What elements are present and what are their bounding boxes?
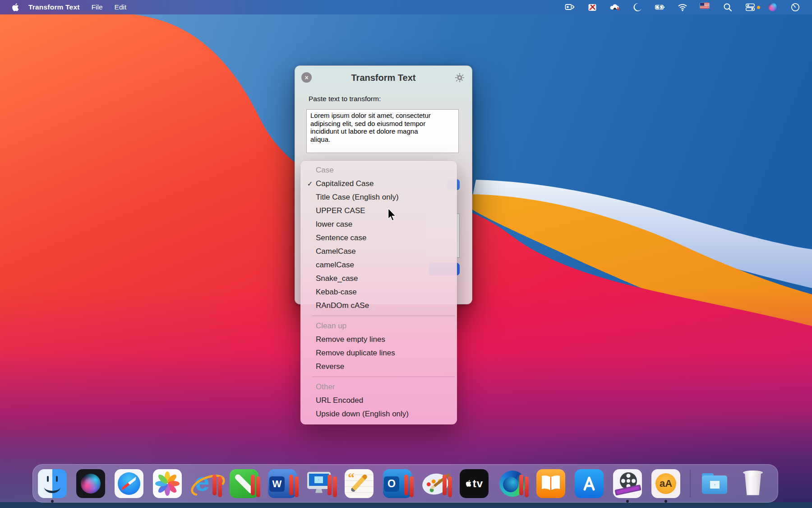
menu-item-sentence-case[interactable]: Sentence case bbox=[300, 231, 457, 245]
menu-separator bbox=[312, 316, 455, 316]
checkmark-icon: ✓ bbox=[304, 177, 315, 191]
menu-section-header: Case bbox=[300, 163, 457, 177]
clock-icon[interactable] bbox=[790, 2, 800, 12]
menu-item-kebab-case[interactable]: Kebab-case bbox=[300, 285, 457, 299]
dock: e W “ O tv bbox=[32, 464, 778, 503]
dock-app-store-icon[interactable] bbox=[575, 469, 604, 498]
dock-apple-tv-icon[interactable]: tv bbox=[460, 469, 489, 498]
dock-books-icon[interactable] bbox=[536, 469, 565, 498]
wifi-icon[interactable] bbox=[678, 2, 687, 12]
dock-safari-icon[interactable] bbox=[115, 469, 143, 498]
menu-bar: Transform Text File Edit bbox=[0, 0, 812, 14]
menu-item-lower-case[interactable]: lower case bbox=[300, 218, 457, 231]
menubar-app-name[interactable]: Transform Text bbox=[28, 3, 80, 11]
running-indicator bbox=[51, 500, 54, 503]
battery-charging-icon[interactable] bbox=[655, 2, 665, 12]
siri-icon[interactable] bbox=[768, 2, 778, 12]
menu-item-remove-empty-lines[interactable]: Remove empty lines bbox=[300, 333, 457, 346]
dock-outlook-icon[interactable]: O bbox=[383, 469, 412, 498]
dock-finder-icon[interactable] bbox=[38, 469, 67, 498]
menu-section-header: Clean up bbox=[300, 319, 457, 333]
menu-item-title-case[interactable]: Title Case (English only) bbox=[300, 191, 457, 204]
dock-marker-icon[interactable] bbox=[230, 469, 258, 498]
settings-gear-icon[interactable] bbox=[455, 73, 465, 83]
cloud-home-icon[interactable] bbox=[610, 2, 620, 12]
running-indicator bbox=[626, 500, 629, 503]
menu-item-url-encoded[interactable]: URL Encoded bbox=[300, 394, 457, 407]
paste-textarea[interactable]: Lorem ipsum dolor sit amet, consectetur … bbox=[306, 109, 459, 153]
menu-item-upside-down[interactable]: Upside down (English only) bbox=[300, 407, 457, 421]
dock-parallels-desktop-icon[interactable] bbox=[306, 469, 335, 498]
menu-item-camelcase-upper[interactable]: CamelCase bbox=[300, 245, 457, 258]
menu-item-remove-duplicate-lines[interactable]: Remove duplicate lines bbox=[300, 346, 457, 360]
dock-trash-icon[interactable] bbox=[738, 469, 767, 498]
menubar-file-menu[interactable]: File bbox=[92, 3, 103, 11]
do-not-disturb-moon-icon[interactable] bbox=[632, 2, 642, 12]
transform-options-menu: Case ✓ Capitalized Case Title Case (Engl… bbox=[300, 161, 457, 424]
menu-separator bbox=[312, 377, 455, 377]
dock-divider bbox=[690, 470, 691, 498]
apple-menu-icon[interactable] bbox=[11, 3, 19, 12]
dock-video-converter-icon[interactable] bbox=[613, 469, 642, 498]
dock-transform-text-icon[interactable]: aA bbox=[651, 469, 680, 498]
screen-mirroring-icon[interactable] bbox=[565, 2, 575, 12]
menu-item-random-case[interactable]: RAnDOm cASe bbox=[300, 299, 457, 312]
paste-text-label: Paste text to transform: bbox=[309, 95, 381, 103]
menubar-edit-menu[interactable]: Edit bbox=[115, 3, 127, 11]
dock-word-icon[interactable]: W bbox=[268, 469, 297, 498]
dock-photos-icon[interactable] bbox=[153, 469, 182, 498]
dock-siri-icon[interactable] bbox=[76, 469, 105, 498]
control-center-icon[interactable] bbox=[745, 2, 755, 12]
menu-item-upper-case[interactable]: UPPER CASE bbox=[300, 204, 457, 218]
input-source-flag-icon[interactable] bbox=[700, 2, 710, 12]
toolbox-icon[interactable] bbox=[587, 2, 597, 12]
menu-section-header: Other bbox=[300, 380, 457, 394]
dock-edge-icon[interactable] bbox=[498, 469, 527, 498]
menu-item-capitalized-case[interactable]: ✓ Capitalized Case bbox=[300, 177, 457, 191]
dock-writing-pen-icon[interactable]: “ bbox=[345, 469, 374, 498]
window-title: Transform Text bbox=[295, 73, 472, 83]
dock-internet-explorer-icon[interactable]: e bbox=[191, 469, 220, 498]
spotlight-search-icon[interactable] bbox=[723, 2, 733, 12]
menu-item-camelcase-lower[interactable]: camelCase bbox=[300, 258, 457, 272]
running-indicator bbox=[664, 500, 667, 503]
mouse-cursor bbox=[388, 208, 400, 221]
dock-windows-folder-icon[interactable] bbox=[700, 469, 729, 498]
menu-item-reverse[interactable]: Reverse bbox=[300, 360, 457, 373]
notification-dot bbox=[757, 6, 760, 9]
dock-paint-palette-icon[interactable] bbox=[421, 469, 450, 498]
menu-item-snake-case[interactable]: Snake_case bbox=[300, 272, 457, 285]
